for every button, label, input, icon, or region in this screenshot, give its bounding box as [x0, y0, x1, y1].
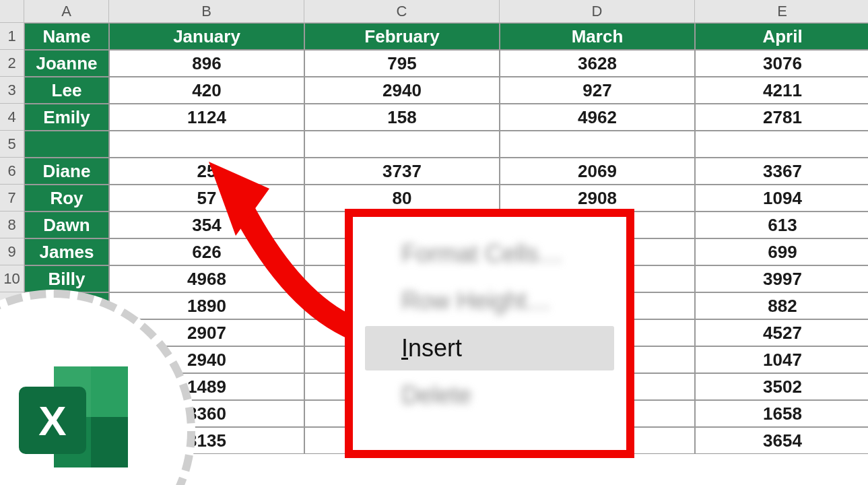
inserted-row-cell[interactable] [695, 131, 868, 158]
name-cell[interactable]: Lee [24, 77, 109, 104]
col-header-E[interactable]: E [695, 0, 868, 23]
data-cell[interactable]: 1658 [695, 400, 868, 427]
excel-logo-icon: X [13, 360, 141, 474]
header-april[interactable]: April [695, 23, 868, 50]
header-january[interactable]: January [109, 23, 304, 50]
data-cell[interactable]: 896 [109, 50, 304, 77]
header-name[interactable]: Name [24, 23, 109, 50]
name-cell[interactable]: Joanne [24, 50, 109, 77]
menu-item-format-cells[interactable]: Format Cells… [365, 232, 614, 276]
context-menu-callout: Format Cells… Row Height… Insert Delete [345, 209, 634, 458]
name-cell[interactable]: Diane [24, 158, 109, 185]
data-cell[interactable]: 3502 [695, 373, 868, 400]
col-header-A[interactable]: A [24, 0, 109, 23]
col-header-B[interactable]: B [109, 0, 304, 23]
data-cell[interactable]: 795 [304, 50, 500, 77]
data-cell[interactable]: 3997 [695, 265, 868, 292]
data-cell[interactable]: 3654 [695, 427, 868, 454]
svg-rect-3 [91, 366, 128, 417]
row-header-1[interactable]: 1 [0, 23, 24, 50]
menu-item-row-height[interactable]: Row Height… [365, 279, 614, 323]
data-cell[interactable]: 2781 [695, 104, 868, 131]
name-cell[interactable]: Dawn [24, 212, 109, 238]
menu-item-insert-label: nsert [408, 334, 462, 362]
data-cell[interactable]: 882 [695, 292, 868, 319]
select-all-corner[interactable] [0, 0, 24, 23]
data-cell[interactable]: 927 [500, 77, 695, 104]
inserted-row-name-cell[interactable] [24, 131, 109, 158]
inserted-row-cell[interactable] [109, 131, 304, 158]
col-header-C[interactable]: C [304, 0, 500, 23]
svg-text:X: X [38, 397, 66, 444]
data-cell[interactable]: 4962 [500, 104, 695, 131]
data-cell[interactable]: 4211 [695, 77, 868, 104]
inserted-row-cell[interactable] [500, 131, 695, 158]
data-cell[interactable]: 1047 [695, 346, 868, 373]
name-cell[interactable]: Billy [24, 265, 109, 292]
row-header-2[interactable]: 2 [0, 50, 24, 77]
data-cell[interactable]: 1124 [109, 104, 304, 131]
name-cell[interactable]: Emily [24, 104, 109, 131]
menu-item-delete[interactable]: Delete [365, 373, 614, 418]
row-header-10[interactable]: 10 [0, 265, 24, 292]
data-cell[interactable]: 3628 [500, 50, 695, 77]
name-cell[interactable]: James [24, 238, 109, 265]
header-march[interactable]: March [500, 23, 695, 50]
data-cell[interactable]: 158 [304, 104, 500, 131]
svg-rect-5 [91, 417, 128, 467]
row-header-6[interactable]: 6 [0, 158, 24, 185]
name-cell[interactable]: Roy [24, 185, 109, 212]
menu-item-insert[interactable]: Insert [365, 326, 614, 370]
col-header-D[interactable]: D [500, 0, 695, 23]
inserted-row-cell[interactable] [304, 131, 500, 158]
data-cell[interactable]: 699 [695, 238, 868, 265]
data-cell[interactable]: 1094 [695, 185, 868, 212]
row-header-5[interactable]: 5 [0, 131, 24, 158]
data-cell[interactable]: 4527 [695, 319, 868, 346]
row-header-7[interactable]: 7 [0, 185, 24, 212]
row-header-8[interactable]: 8 [0, 212, 24, 238]
data-cell[interactable]: 3076 [695, 50, 868, 77]
data-cell[interactable]: 3367 [695, 158, 868, 185]
row-header-9[interactable]: 9 [0, 238, 24, 265]
row-header-3[interactable]: 3 [0, 77, 24, 104]
data-cell[interactable]: 2069 [500, 158, 695, 185]
data-cell[interactable]: 2908 [500, 185, 695, 212]
menu-item-insert-hotkey: I [401, 334, 408, 362]
data-cell[interactable]: 2940 [304, 77, 500, 104]
row-header-4[interactable]: 4 [0, 104, 24, 131]
data-cell[interactable]: 420 [109, 77, 304, 104]
data-cell[interactable]: 613 [695, 212, 868, 238]
header-february[interactable]: February [304, 23, 500, 50]
